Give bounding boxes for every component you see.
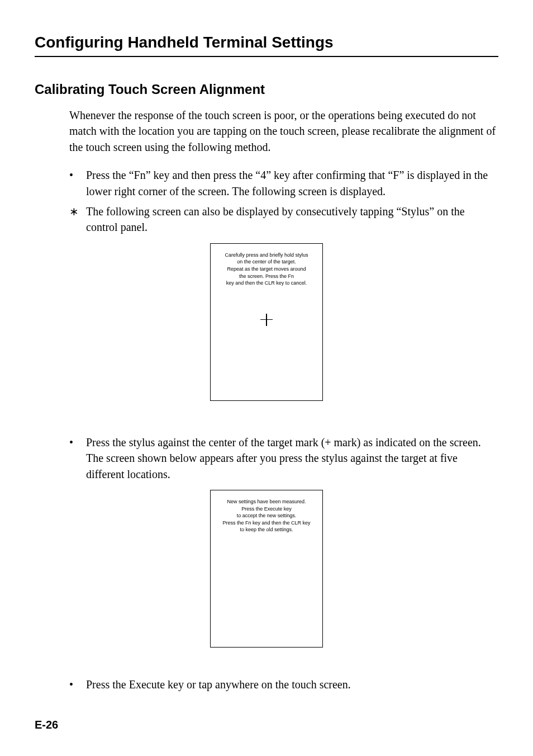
screen-line: Carefully press and briefly hold stylus <box>215 252 318 259</box>
screen-1-wrap: Carefully press and briefly hold stylus … <box>35 243 498 401</box>
step-text: The following screen can also be display… <box>86 204 498 235</box>
bullet-icon <box>69 434 86 482</box>
screen-line: to keep the old settings. <box>215 526 318 533</box>
step-list-3: Press the Execute key or tap anywhere on… <box>69 677 498 692</box>
list-item: Press the Execute key or tap anywhere on… <box>69 677 498 692</box>
screen-line: the screen. Press the Fn <box>215 273 318 280</box>
step-text: Press the Execute key or tap anywhere on… <box>86 677 498 692</box>
screen-line: New settings have been measured. <box>215 498 318 505</box>
screen-line: Press the Execute key <box>215 505 318 513</box>
list-item: Press the stylus against the center of t… <box>69 434 498 482</box>
intro-paragraph: Whenever the response of the touch scree… <box>69 107 498 155</box>
screen-line: key and then the CLR key to cancel. <box>215 280 318 287</box>
list-item: Press the “Fn” key and then press the “4… <box>69 167 498 199</box>
step-list-1: Press the “Fn” key and then press the “4… <box>69 167 498 235</box>
screen-line: to accept the new settings. <box>215 512 318 519</box>
step-list-2: Press the stylus against the center of t… <box>69 434 498 482</box>
step-text: Press the “Fn” key and then press the “4… <box>86 167 498 199</box>
section-title: Calibrating Touch Screen Alignment <box>35 82 498 97</box>
calibration-screen-1: Carefully press and briefly hold stylus … <box>210 243 323 401</box>
screen-line: Press the Fn key and then the CLR key <box>215 519 318 527</box>
page-number: E-26 <box>35 719 58 731</box>
screen-line: on the center of the target. <box>215 258 318 266</box>
page-title: Configuring Handheld Terminal Settings <box>35 34 498 57</box>
list-item: The following screen can also be display… <box>69 204 498 235</box>
asterisk-icon <box>69 204 86 235</box>
calibration-screen-2: New settings have been measured. Press t… <box>210 490 323 648</box>
bullet-icon <box>69 677 86 692</box>
screen-2-wrap: New settings have been measured. Press t… <box>35 490 498 648</box>
bullet-icon <box>69 167 86 199</box>
step-text: Press the stylus against the center of t… <box>86 434 498 482</box>
screen-line: Repeat as the target moves around <box>215 266 318 273</box>
